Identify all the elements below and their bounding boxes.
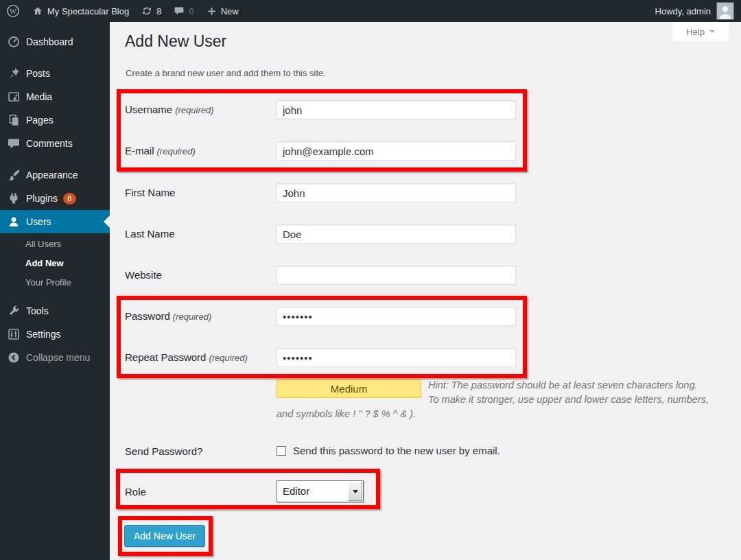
new-content-menu[interactable]: New: [200, 0, 245, 22]
submenu-item-your-profile[interactable]: Your Profile: [0, 273, 110, 292]
admin-menu-lower: Tools Settings Collapse menu: [0, 299, 110, 369]
website-input[interactable]: [277, 266, 516, 285]
paintbrush-icon: [7, 168, 21, 182]
website-label: Website: [125, 269, 162, 281]
plugins-update-badge: 8: [63, 193, 76, 205]
send-password-label: Send Password?: [125, 445, 202, 457]
wrench-icon: [7, 304, 21, 318]
sidebar-item-label: Collapse menu: [26, 352, 90, 363]
sidebar-item-label: Plugins: [26, 193, 58, 204]
first-name-input[interactable]: [277, 183, 516, 202]
sidebar-item-label: Tools: [26, 305, 49, 316]
sidebar-item-label: Pages: [26, 115, 54, 126]
sidebar-item-users[interactable]: Users: [0, 210, 110, 233]
chevron-down-icon: [353, 490, 358, 496]
repeat-password-label: Repeat Password(required): [125, 351, 248, 363]
svg-text:W: W: [10, 8, 16, 15]
sidebar-item-posts[interactable]: Posts: [0, 62, 110, 85]
admin-bar: W My Spectacular Blog 8 0 New Howdy, adm…: [0, 0, 741, 22]
new-label: New: [221, 6, 239, 16]
plus-icon: [207, 6, 217, 16]
dashboard-icon: [7, 35, 21, 49]
howdy-text: Howdy, admin: [655, 6, 711, 16]
settings-icon: [7, 327, 21, 341]
pages-icon: [7, 113, 21, 127]
update-count: 8: [156, 6, 161, 16]
chevron-down-icon: [709, 30, 715, 36]
repeat-password-input[interactable]: [277, 348, 516, 367]
sidebar-item-label: Dashboard: [26, 36, 73, 47]
password-input[interactable]: [277, 307, 516, 326]
add-new-user-button[interactable]: Add New User: [124, 525, 205, 547]
required-hint: (required): [173, 312, 211, 322]
site-name-menu[interactable]: My Spectacular Blog: [26, 0, 135, 22]
admin-menu: Dashboard Posts Media Pages: [0, 22, 110, 233]
help-label: Help: [686, 27, 705, 37]
collapse-icon: [7, 351, 21, 364]
page-title: Add New User: [125, 32, 226, 51]
password-strength-meter: Medium: [277, 380, 421, 398]
select-dropdown-button[interactable]: [348, 482, 362, 501]
submenu-item-all-users[interactable]: All Users: [0, 235, 110, 254]
required-hint: (required): [209, 353, 247, 363]
avatar: [716, 2, 734, 20]
submenu-item-add-new[interactable]: Add New: [0, 254, 110, 273]
plugin-icon: [7, 191, 21, 205]
sidebar-item-label: Comments: [26, 138, 73, 149]
password-strength-area: Medium Hint: The password should be at l…: [277, 378, 710, 421]
send-password-checkbox-label: Send this password to the new user by em…: [293, 445, 500, 456]
role-label: Role: [125, 486, 146, 498]
pushpin-icon: [7, 67, 21, 80]
help-button[interactable]: Help: [672, 22, 729, 41]
site-name: My Spectacular Blog: [47, 6, 129, 16]
media-icon: [7, 90, 21, 104]
comment-bubble-icon: [174, 5, 185, 16]
sidebar-item-collapse-menu[interactable]: Collapse menu: [0, 346, 110, 369]
sidebar-item-label: Appearance: [26, 170, 78, 180]
sidebar-item-dashboard[interactable]: Dashboard: [0, 30, 110, 54]
update-icon: [141, 5, 152, 16]
role-select[interactable]: Editor: [277, 480, 364, 502]
username-label: Username(required): [125, 104, 214, 115]
required-hint: (required): [175, 105, 213, 115]
wordpress-logo-menu[interactable]: W: [0, 0, 26, 22]
last-name-input[interactable]: [277, 224, 516, 244]
sidebar-item-appearance[interactable]: Appearance: [0, 163, 110, 187]
sidebar-item-label: Settings: [26, 329, 61, 340]
last-name-label: Last Name: [125, 228, 175, 240]
account-menu[interactable]: Howdy, admin: [655, 2, 741, 20]
admin-sidebar: Dashboard Posts Media Pages: [0, 22, 110, 560]
sidebar-item-plugins[interactable]: Plugins 8: [0, 187, 110, 210]
username-input[interactable]: [277, 100, 516, 119]
sidebar-item-pages[interactable]: Pages: [0, 108, 110, 132]
role-selected-value: Editor: [277, 481, 347, 502]
first-name-label: First Name: [125, 187, 175, 198]
sidebar-item-comments[interactable]: Comments: [0, 132, 110, 155]
comment-count: 0: [189, 6, 193, 16]
comments-icon: [7, 137, 21, 150]
send-password-checkbox[interactable]: [277, 446, 286, 456]
comments-menu[interactable]: 0: [167, 0, 200, 22]
sidebar-item-media[interactable]: Media: [0, 85, 110, 108]
required-hint: (required): [157, 146, 196, 156]
sidebar-item-tools[interactable]: Tools: [0, 299, 110, 323]
page-subtitle: Create a brand new user and add them to …: [126, 68, 326, 78]
email-label: E-mail(required): [125, 145, 196, 156]
sidebar-item-label: Media: [26, 91, 52, 102]
email-field[interactable]: [277, 141, 516, 161]
updates-menu[interactable]: 8: [135, 0, 167, 22]
sidebar-item-label: Posts: [26, 68, 50, 79]
users-submenu: All Users Add New Your Profile: [0, 235, 110, 292]
home-icon: [32, 5, 43, 16]
sidebar-item-settings[interactable]: Settings: [0, 323, 110, 346]
wordpress-logo-icon: W: [6, 4, 20, 18]
sidebar-item-label: Users: [26, 216, 51, 227]
current-menu-arrow: [104, 215, 110, 228]
password-label: Password(required): [125, 310, 211, 322]
users-icon: [7, 215, 21, 229]
